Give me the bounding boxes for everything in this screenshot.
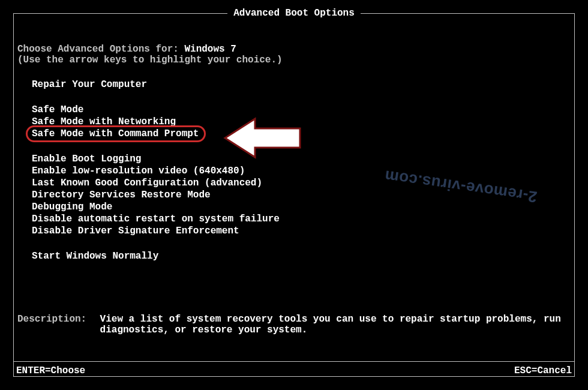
menu-safe-mode-command-prompt[interactable]: Safe Mode with Command Prompt bbox=[32, 128, 571, 140]
menu-start-windows-normally[interactable]: Start Windows Normally bbox=[32, 250, 571, 262]
page-title: Advanced Boot Options bbox=[227, 8, 361, 19]
menu-disable-auto-restart[interactable]: Disable automatic restart on system fail… bbox=[32, 213, 571, 225]
description-label: Description: bbox=[17, 314, 94, 325]
hint-line: (Use the arrow keys to highlight your ch… bbox=[17, 55, 571, 65]
screen-frame: Advanced Boot Options Choose Advanced Op… bbox=[13, 13, 575, 377]
menu-disable-driver-sig[interactable]: Disable Driver Signature Enforcement bbox=[32, 225, 571, 237]
menu-last-known-good[interactable]: Last Known Good Configuration (advanced) bbox=[32, 177, 571, 189]
boot-menu[interactable]: Repair Your Computer Safe Mode Safe Mode… bbox=[17, 79, 571, 262]
description-text: View a list of system recovery tools you… bbox=[100, 314, 568, 335]
footer-esc: ESC=Cancel bbox=[514, 365, 572, 376]
footer-row: ENTER=Choose ESC=Cancel bbox=[14, 361, 574, 377]
menu-ds-restore-mode[interactable]: Directory Services Restore Mode bbox=[32, 189, 571, 201]
menu-repair-your-computer[interactable]: Repair Your Computer bbox=[32, 79, 571, 91]
menu-debugging-mode[interactable]: Debugging Mode bbox=[32, 201, 571, 213]
menu-safe-mode-command-prompt-label: Safe Mode with Command Prompt bbox=[32, 128, 199, 139]
description-block: Description: View a list of system recov… bbox=[17, 314, 571, 335]
choose-line: Choose Advanced Options for: Windows 7 bbox=[17, 44, 571, 55]
menu-safe-mode[interactable]: Safe Mode bbox=[32, 104, 571, 116]
content-area: Choose Advanced Options for: Windows 7 (… bbox=[17, 44, 571, 262]
menu-low-res-video[interactable]: Enable low-resolution video (640x480) bbox=[32, 165, 571, 177]
menu-safe-mode-networking[interactable]: Safe Mode with Networking bbox=[32, 116, 571, 128]
choose-prefix: Choose Advanced Options for: bbox=[17, 44, 184, 55]
os-name: Windows 7 bbox=[184, 44, 236, 55]
title-row: Advanced Boot Options bbox=[14, 8, 574, 19]
footer-enter: ENTER=Choose bbox=[16, 365, 85, 376]
menu-enable-boot-logging[interactable]: Enable Boot Logging bbox=[32, 153, 571, 165]
